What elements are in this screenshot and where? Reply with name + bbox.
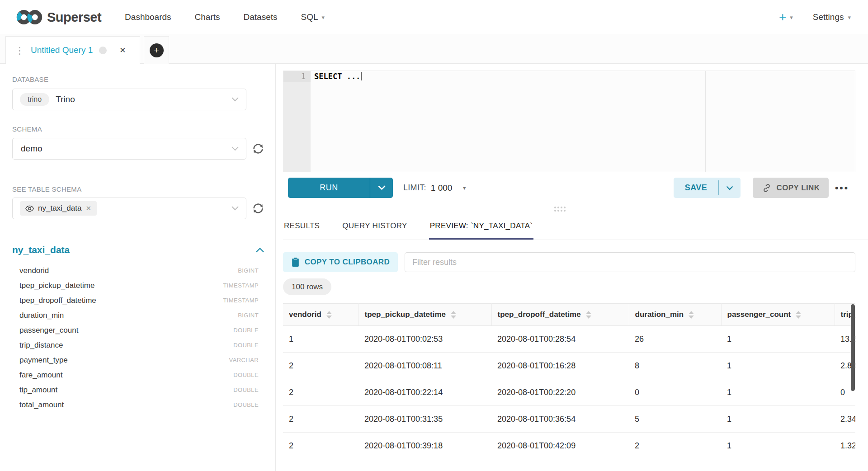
column-name: duration_min xyxy=(19,311,64,320)
save-button[interactable]: SAVE xyxy=(674,178,741,198)
schema-select[interactable]: demo xyxy=(12,138,246,160)
results-tab[interactable]: PREVIEW: `NY_TAXI_DATA` xyxy=(429,217,534,240)
chevron-down-icon xyxy=(231,146,239,151)
run-button[interactable]: RUN xyxy=(288,178,393,198)
chevron-down-icon xyxy=(378,185,386,190)
column-name: trip_distance xyxy=(19,341,63,350)
sql-lab-sidebar: DATABASE trino Trino SCHEMA demo SEE TAB… xyxy=(0,64,276,471)
add-query-tab-button[interactable]: + xyxy=(144,36,169,64)
column-name: tip_amount xyxy=(19,386,57,395)
drag-handle-icon: ⋮ xyxy=(15,46,24,55)
table-column-row: tpep_pickup_datetime TIMESTAMP xyxy=(12,278,259,293)
column-type: BIGINT xyxy=(238,267,259,274)
eye-icon xyxy=(25,205,34,212)
column-name: tpep_dropoff_datetime xyxy=(19,296,96,305)
sql-lab-main: 1 SELECT ... RUN LIMIT: 1 000 ▾ SAVE xyxy=(276,64,868,471)
table-column-row: tip_amount DOUBLE xyxy=(12,382,259,397)
results-table: vendorid tpep_pickup_datetime xyxy=(283,303,855,459)
column-name: total_amount xyxy=(19,400,64,410)
nav-menu-item[interactable]: Charts xyxy=(195,12,220,22)
sort-icon xyxy=(326,311,332,319)
settings-menu-button[interactable]: Settings ▾ xyxy=(813,12,851,22)
limit-dropdown[interactable]: LIMIT: 1 000 ▾ xyxy=(403,178,466,198)
column-name: passenger_count xyxy=(19,326,78,335)
nav-right: + ▾ Settings ▾ xyxy=(779,11,851,24)
table-column-row: duration_min BIGINT xyxy=(12,308,259,323)
table-row: 2 2020-08-01T00:31:35 2020-08-01T00:36:5… xyxy=(283,406,855,433)
copy-to-clipboard-button[interactable]: COPY TO CLIPBOARD xyxy=(283,252,398,272)
superset-sql-lab: Superset Dashboards Charts Datasets xyxy=(0,0,868,471)
plus-icon: + xyxy=(779,11,786,24)
column-type: DOUBLE xyxy=(233,386,259,393)
results-tab[interactable]: RESULTS xyxy=(283,217,321,240)
database-label: DATABASE xyxy=(12,75,48,83)
filter-results-input[interactable] xyxy=(405,252,855,272)
table-column-row: total_amount DOUBLE xyxy=(12,397,259,412)
refresh-tables-icon[interactable] xyxy=(251,202,265,215)
column-name: payment_type xyxy=(19,356,68,365)
run-options-button[interactable] xyxy=(370,178,393,198)
table-column-row: tpep_dropoff_datetime TIMESTAMP xyxy=(12,293,259,308)
database-select[interactable]: trino Trino xyxy=(12,89,246,110)
caret-down-icon: ▾ xyxy=(463,185,466,191)
column-type: DOUBLE xyxy=(233,327,259,334)
nav-menu-item[interactable]: SQL ▾ xyxy=(301,12,325,22)
sql-editor[interactable]: 1 SELECT ... xyxy=(283,71,855,172)
column-header[interactable]: passenger_count xyxy=(721,304,835,326)
chevron-down-icon xyxy=(231,97,239,102)
save-options-button[interactable] xyxy=(719,178,741,198)
table-row: 1 2020-08-01T00:02:53 2020-08-01T00:28:5… xyxy=(283,326,855,353)
table-name: ny_taxi_data xyxy=(12,245,70,255)
table-row: 2 2020-08-01T00:08:11 2020-08-01T00:16:2… xyxy=(283,353,855,379)
more-actions-button[interactable]: ••• xyxy=(835,178,849,198)
chevron-down-icon xyxy=(726,186,733,190)
results-vertical-scrollbar[interactable] xyxy=(851,304,855,391)
table-column-row: payment_type VARCHAR xyxy=(12,353,259,367)
row-count-badge: 100 rows xyxy=(283,278,331,295)
column-header[interactable]: tpep_dropoff_datetime xyxy=(491,304,629,326)
chevron-down-icon: ▾ xyxy=(790,14,793,21)
column-header[interactable]: vendorid xyxy=(283,304,359,326)
superset-logo[interactable]: Superset xyxy=(15,9,101,26)
results-header-row: vendorid tpep_pickup_datetime xyxy=(283,304,855,326)
editor-code-area[interactable]: SELECT ... xyxy=(311,71,855,172)
nav-menu-item[interactable]: Dashboards xyxy=(125,12,171,22)
close-tab-icon[interactable]: ✕ xyxy=(119,46,126,55)
plus-circle-icon: + xyxy=(150,43,164,57)
results-tabs: RESULTS QUERY HISTORY PREVIEW: `NY_TAXI_… xyxy=(283,217,868,240)
clipboard-icon xyxy=(291,257,300,267)
results-table-body: 1 2020-08-01T00:02:53 2020-08-01T00:28:5… xyxy=(283,326,855,459)
table-select[interactable]: ny_taxi_data ✕ xyxy=(12,198,246,219)
table-column-row: vendorid BIGINT xyxy=(12,263,259,278)
column-header[interactable]: tpep_pickup_datetime xyxy=(359,304,491,326)
table-column-row: passenger_count DOUBLE xyxy=(12,323,259,338)
column-type: DOUBLE xyxy=(233,372,259,378)
column-name: vendorid xyxy=(19,266,49,275)
results-table-container: vendorid tpep_pickup_datetime xyxy=(283,303,855,471)
copy-link-button[interactable]: COPY LINK xyxy=(753,178,829,198)
unsaved-indicator-dot xyxy=(99,47,107,54)
link-icon xyxy=(762,183,772,193)
table-schema-header[interactable]: ny_taxi_data xyxy=(12,245,264,255)
chevron-down-icon xyxy=(231,206,239,211)
table-column-row: trip_distance DOUBLE xyxy=(12,338,259,353)
refresh-schemas-icon[interactable] xyxy=(251,142,265,155)
chevron-down-icon: ▾ xyxy=(322,14,325,21)
main-menu: Dashboards Charts Datasets SQL ▾ xyxy=(125,12,325,22)
remove-table-icon[interactable]: ✕ xyxy=(85,204,91,212)
editor-gutter: 1 xyxy=(283,71,311,172)
new-item-menu-button[interactable]: + ▾ xyxy=(779,11,793,24)
chevron-up-icon[interactable] xyxy=(256,248,264,253)
results-tab[interactable]: QUERY HISTORY xyxy=(341,217,408,240)
superset-infinity-icon xyxy=(15,9,43,26)
nav-menu-item[interactable]: Datasets xyxy=(244,12,278,22)
column-type: DOUBLE xyxy=(233,342,259,349)
table-columns-list: vendorid BIGINT tpep_pickup_datetime TIM… xyxy=(12,263,259,412)
tab-untitled-query-1[interactable]: ⋮ Untitled Query 1 ✕ xyxy=(5,36,140,64)
column-header[interactable]: duration_min xyxy=(629,304,721,326)
database-backend-pill: trino xyxy=(20,93,49,106)
text-cursor xyxy=(361,72,362,80)
pane-resize-handle[interactable] xyxy=(553,207,566,211)
query-tab-strip: ⋮ Untitled Query 1 ✕ + xyxy=(0,34,868,64)
sql-code-line: SELECT ... xyxy=(311,71,855,82)
